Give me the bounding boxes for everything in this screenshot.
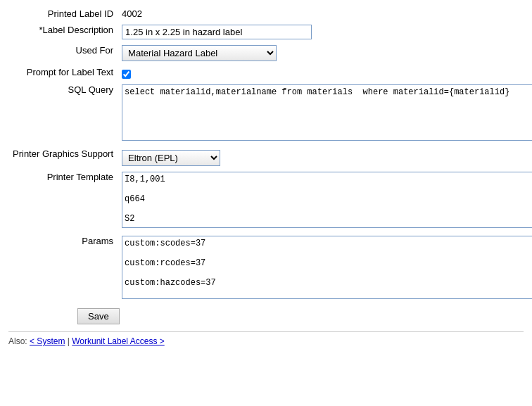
- params-textarea[interactable]: [122, 236, 532, 299]
- footer-separator: |: [68, 336, 70, 346]
- label-description-label: *Label Description: [8, 22, 118, 42]
- printed-label-id-label: Printed Label ID: [8, 6, 118, 22]
- sql-query-textarea[interactable]: [122, 84, 532, 141]
- printer-graphics-support-label: Printer Graphics Support: [8, 146, 118, 169]
- used-for-select[interactable]: Material Hazard Label: [122, 45, 277, 61]
- form-table: Printed Label ID 4002 *Label Description…: [8, 6, 532, 304]
- printer-template-textarea[interactable]: [122, 172, 532, 228]
- prompt-label-text-checkbox[interactable]: [122, 70, 131, 79]
- printed-label-id-value: 4002: [122, 4, 142, 19]
- printer-graphics-select[interactable]: Eltron (EPL): [122, 150, 220, 166]
- used-for-label: Used For: [8, 42, 118, 64]
- prompt-label-text-label: Prompt for Label Text: [8, 64, 118, 82]
- sql-query-label: SQL Query: [8, 82, 118, 146]
- label-description-input[interactable]: [122, 25, 312, 39]
- params-label: Params: [8, 233, 118, 304]
- footer-system-link[interactable]: < System: [30, 336, 65, 346]
- printer-template-label: Printer Template: [8, 169, 118, 233]
- save-button[interactable]: Save: [77, 308, 120, 324]
- footer-workunit-link[interactable]: Workunit Label Access >: [72, 336, 165, 346]
- footer-also-label: Also:: [8, 336, 27, 346]
- footer: Also: < System | Workunit Label Access >: [8, 331, 524, 346]
